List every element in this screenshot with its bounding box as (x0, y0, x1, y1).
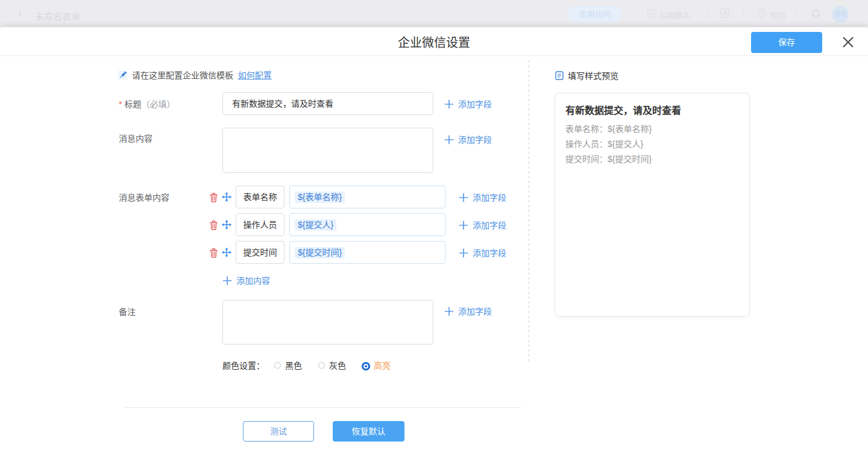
svg-text:?: ? (760, 10, 763, 16)
